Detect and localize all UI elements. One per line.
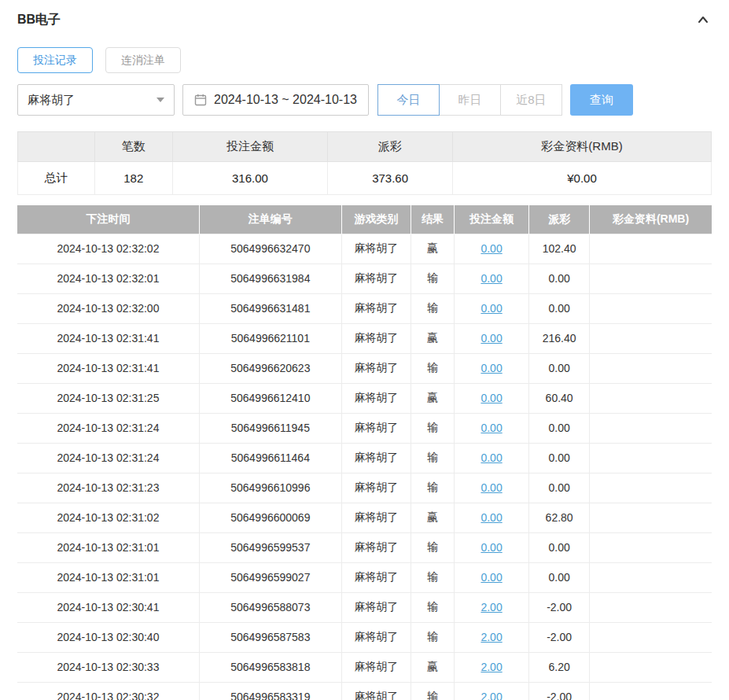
bet-amount-link[interactable]: 0.00 (480, 422, 502, 434)
tabs: 投注记录 连消注单 (17, 47, 712, 73)
game-type-cell: 麻将胡了 (341, 443, 411, 473)
result-cell: 输 (411, 622, 455, 652)
bet-amount-link[interactable]: 0.00 (480, 272, 502, 285)
bet-amount-link[interactable]: 0.00 (480, 362, 502, 374)
jackpot-cell (590, 592, 712, 622)
quick-filter-today[interactable]: 今日 (377, 84, 440, 116)
payout-cell: 62.80 (529, 503, 590, 532)
summary-payout-value: 373.60 (328, 162, 453, 195)
order-number-cell: 5064996620623 (199, 353, 341, 383)
payout-cell: 6.20 (529, 652, 590, 682)
order-number-cell: 5064996610996 (199, 473, 341, 503)
table-row: 2024-10-13 02:31:23 5064996610996 麻将胡了 输… (17, 473, 712, 503)
bet-amount-link[interactable]: 2.00 (480, 691, 502, 700)
game-type-cell: 麻将胡了 (341, 503, 411, 532)
game-type-cell: 麻将胡了 (341, 353, 411, 383)
order-number-cell: 5064996631481 (199, 293, 341, 323)
result-cell: 输 (411, 473, 455, 503)
payout-cell: 60.40 (529, 383, 590, 413)
jackpot-cell (590, 682, 712, 700)
table-row: 2024-10-13 02:31:02 5064996600069 麻将胡了 赢… (17, 503, 712, 532)
table-row: 2024-10-13 02:31:41 5064996621101 麻将胡了 赢… (17, 323, 712, 353)
result-cell: 输 (411, 413, 455, 443)
game-type-cell: 麻将胡了 (341, 652, 411, 682)
bet-amount-link[interactable]: 0.00 (480, 511, 502, 524)
summary-jackpot-value: ¥0.00 (452, 162, 711, 195)
summary-header-empty (18, 132, 95, 162)
order-number-cell: 5064996611945 (199, 413, 341, 443)
tab-bet-records[interactable]: 投注记录 (17, 47, 93, 73)
bet-amount-link[interactable]: 2.00 (480, 631, 502, 643)
quick-filter-yesterday[interactable]: 昨日 (439, 84, 501, 116)
records-body: 2024-10-13 02:32:02 5064996632470 麻将胡了 赢… (17, 234, 712, 700)
records-table: 下注时间 注单编号 游戏类别 结果 投注金额 派彩 彩金资料(RMB) 2024… (17, 205, 712, 700)
bet-amount-link[interactable]: 0.00 (480, 481, 502, 494)
bet-time-cell: 2024-10-13 02:31:01 (17, 532, 199, 562)
payout-cell: -2.00 (529, 682, 590, 700)
bet-amount-link[interactable]: 2.00 (480, 601, 502, 613)
result-cell: 赢 (411, 652, 455, 682)
bet-time-cell: 2024-10-13 02:31:24 (17, 443, 199, 473)
records-header-row: 下注时间 注单编号 游戏类别 结果 投注金额 派彩 彩金资料(RMB) (17, 205, 712, 234)
bet-time-cell: 2024-10-13 02:30:41 (17, 592, 199, 622)
calendar-icon (194, 94, 207, 106)
summary-total-label: 总计 (18, 162, 95, 195)
game-select[interactable]: 麻将胡了 (17, 84, 175, 116)
quick-filter-group: 今日 昨日 近8日 (377, 84, 562, 116)
bet-amount-link[interactable]: 0.00 (480, 332, 502, 344)
result-cell: 输 (411, 592, 455, 622)
result-cell: 赢 (411, 234, 455, 263)
header-game-type: 游戏类别 (341, 205, 411, 234)
tab-canceled-orders[interactable]: 连消注单 (105, 47, 181, 73)
collapse-chevron-icon[interactable] (694, 11, 712, 28)
order-number-cell: 5064996600069 (199, 503, 341, 532)
bet-amount-link[interactable]: 2.00 (480, 661, 502, 673)
bet-amount-link[interactable]: 0.00 (480, 302, 502, 315)
date-range-picker[interactable]: 2024-10-13 ~ 2024-10-13 (182, 84, 369, 116)
table-row: 2024-10-13 02:30:33 5064996583818 麻将胡了 赢… (17, 652, 712, 682)
order-number-cell: 5064996583319 (199, 682, 341, 700)
table-row: 2024-10-13 02:31:24 5064996611945 麻将胡了 输… (17, 413, 712, 443)
summary-header-row: 笔数 投注金额 派彩 彩金资料(RMB) (18, 132, 712, 162)
header-jackpot: 彩金资料(RMB) (590, 205, 712, 234)
quick-filter-last8days[interactable]: 近8日 (500, 84, 562, 116)
result-cell: 输 (411, 562, 455, 592)
bet-time-cell: 2024-10-13 02:31:41 (17, 353, 199, 383)
bet-time-cell: 2024-10-13 02:31:23 (17, 473, 199, 503)
game-select-value: 麻将胡了 (28, 93, 75, 108)
game-type-cell: 麻将胡了 (341, 323, 411, 353)
payout-cell: 102.40 (529, 234, 590, 263)
table-row: 2024-10-13 02:30:40 5064996587583 麻将胡了 输… (17, 622, 712, 652)
result-cell: 输 (411, 443, 455, 473)
table-row: 2024-10-13 02:30:32 5064996583319 麻将胡了 输… (17, 682, 712, 700)
result-cell: 赢 (411, 323, 455, 353)
bet-amount-link[interactable]: 0.00 (480, 571, 502, 584)
game-type-cell: 麻将胡了 (341, 622, 411, 652)
payout-cell: -2.00 (529, 592, 590, 622)
jackpot-cell (590, 234, 712, 263)
bet-amount-link[interactable]: 0.00 (480, 392, 502, 404)
jackpot-cell (590, 652, 712, 682)
payout-cell: 0.00 (529, 353, 590, 383)
bet-amount-link[interactable]: 0.00 (480, 541, 502, 554)
bet-amount-link[interactable]: 0.00 (480, 451, 502, 464)
table-row: 2024-10-13 02:31:01 5064996599027 麻将胡了 输… (17, 562, 712, 592)
game-type-cell: 麻将胡了 (341, 562, 411, 592)
table-row: 2024-10-13 02:32:02 5064996632470 麻将胡了 赢… (17, 234, 712, 263)
order-number-cell: 5064996621101 (199, 323, 341, 353)
query-button[interactable]: 查询 (570, 84, 633, 116)
payout-cell: 0.00 (529, 263, 590, 293)
order-number-cell: 5064996632470 (199, 234, 341, 263)
table-row: 2024-10-13 02:31:25 5064996612410 麻将胡了 赢… (17, 383, 712, 413)
order-number-cell: 5064996588073 (199, 592, 341, 622)
game-type-cell: 麻将胡了 (341, 532, 411, 562)
bet-time-cell: 2024-10-13 02:31:02 (17, 503, 199, 532)
order-number-cell: 5064996631984 (199, 263, 341, 293)
header-result: 结果 (411, 205, 455, 234)
bet-amount-link[interactable]: 0.00 (480, 242, 502, 255)
game-type-cell: 麻将胡了 (341, 383, 411, 413)
summary-count-value: 182 (94, 162, 172, 195)
header-bet-time: 下注时间 (17, 205, 199, 234)
summary-header-bet-amount: 投注金额 (172, 132, 328, 162)
jackpot-cell (590, 293, 712, 323)
